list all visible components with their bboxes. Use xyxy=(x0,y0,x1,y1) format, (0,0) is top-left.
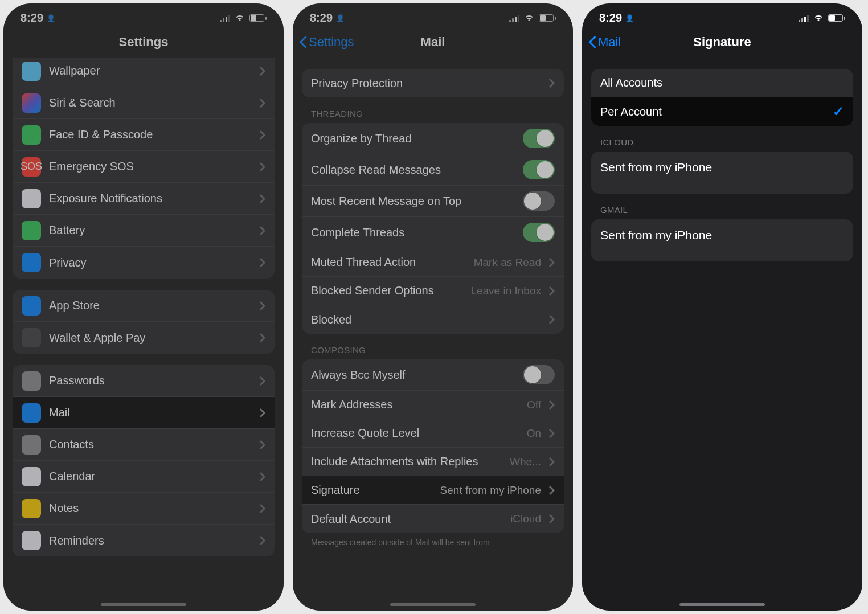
wifi-icon xyxy=(235,11,245,24)
toggle[interactable] xyxy=(523,223,555,242)
row-label: Default Account xyxy=(311,513,502,526)
toggle[interactable] xyxy=(523,129,555,148)
settings-row-calendar[interactable]: Calendar xyxy=(13,461,275,493)
mail-row-default-account[interactable]: Default AccountiCloud xyxy=(302,505,564,533)
chevron-right-icon xyxy=(260,376,265,386)
mail-row-include-attachments-with-replies[interactable]: Include Attachments with RepliesWhe... xyxy=(302,448,564,476)
mail-row-increase-quote-level[interactable]: Increase Quote LevelOn xyxy=(302,419,564,448)
toggle[interactable] xyxy=(523,160,555,179)
row-label: Wallpaper xyxy=(49,64,252,77)
chevron-right-icon xyxy=(260,333,265,342)
chevron-right-icon xyxy=(260,408,265,417)
signature-option-all-accounts[interactable]: All Accounts xyxy=(591,69,853,97)
battery-icon xyxy=(22,221,41,240)
row-label: Wallet & Apple Pay xyxy=(49,331,252,345)
toggle[interactable] xyxy=(523,191,555,211)
page-title: Settings xyxy=(119,35,169,50)
row-label: Mark Addresses xyxy=(311,398,519,411)
row-value: Whe... xyxy=(510,456,541,468)
row-label: Collapse Read Messages xyxy=(311,163,515,177)
settings-row-wallpaper[interactable]: Wallpaper xyxy=(13,58,275,87)
row-value: Off xyxy=(527,399,541,411)
back-button[interactable]: Settings xyxy=(298,35,354,50)
row-label: Signature xyxy=(311,484,432,497)
mail-row-signature[interactable]: SignatureSent from my iPhone xyxy=(302,476,564,505)
row-label: Passwords xyxy=(49,374,252,387)
account-header: GMAIL xyxy=(591,205,853,219)
option-label: All Accounts xyxy=(600,76,844,89)
section-header: THREADING xyxy=(302,109,564,123)
mail-row-most-recent-message-on-top[interactable]: Most Recent Message on Top xyxy=(302,186,564,217)
mail-row-complete-threads[interactable]: Complete Threads xyxy=(302,217,564,248)
chevron-right-icon xyxy=(260,162,265,171)
row-label: Notes xyxy=(49,502,252,515)
settings-row-exposure-notifications[interactable]: Exposure Notifications xyxy=(13,183,275,215)
mail-row-collapse-read-messages[interactable]: Collapse Read Messages xyxy=(302,154,564,186)
row-label: Privacy Protection xyxy=(311,77,541,90)
row-label: Increase Quote Level xyxy=(311,427,519,440)
settings-row-notes[interactable]: Notes xyxy=(13,493,275,525)
appstore-icon xyxy=(22,296,41,316)
page-title: Signature xyxy=(693,35,751,50)
row-label: Battery xyxy=(49,224,252,237)
row-label: Privacy xyxy=(49,256,252,269)
privacy-icon xyxy=(22,253,41,272)
settings-row-privacy[interactable]: Privacy xyxy=(13,247,275,279)
signature-textarea[interactable]: Sent from my iPhone xyxy=(591,152,853,194)
home-indicator[interactable] xyxy=(679,603,765,606)
chevron-right-icon xyxy=(549,429,555,438)
mail-row-privacy-protection[interactable]: Privacy Protection xyxy=(302,69,564,97)
back-button[interactable]: Mail xyxy=(588,35,621,50)
screen-signature: 8:29 👤 Mail Signature All AccountsPer Ac… xyxy=(582,3,862,611)
settings-row-passwords[interactable]: Passwords xyxy=(13,365,275,397)
option-label: Per Account xyxy=(600,105,825,118)
settings-row-reminders[interactable]: Reminders xyxy=(13,525,275,556)
status-bar: 8:29 👤 xyxy=(582,3,862,27)
settings-row-emergency-sos[interactable]: SOSEmergency SOS xyxy=(13,151,275,183)
nav-bar: Mail Signature xyxy=(582,27,862,58)
row-label: Contacts xyxy=(49,438,252,451)
row-label: Exposure Notifications xyxy=(49,192,252,205)
cellular-icon xyxy=(220,14,230,22)
screen-mail-settings: 8:29 👤 Settings Mail Privacy ProtectionT… xyxy=(293,3,573,611)
settings-row-battery[interactable]: Battery xyxy=(13,215,275,247)
signature-option-per-account[interactable]: Per Account✓ xyxy=(591,97,853,126)
mail-row-always-bcc-myself[interactable]: Always Bcc Myself xyxy=(302,359,564,391)
settings-row-app-store[interactable]: App Store xyxy=(13,290,275,322)
back-label: Mail xyxy=(598,35,621,50)
home-indicator[interactable] xyxy=(101,603,186,606)
row-label: Calendar xyxy=(49,470,252,483)
chevron-right-icon xyxy=(260,99,265,108)
row-value: On xyxy=(527,427,541,440)
row-value: Sent from my iPhone xyxy=(440,484,541,497)
chevron-right-icon xyxy=(260,130,265,140)
mail-row-mark-addresses[interactable]: Mark AddressesOff xyxy=(302,391,564,419)
settings-row-siri-search[interactable]: Siri & Search xyxy=(13,87,275,119)
settings-row-face-id-passcode[interactable]: Face ID & Passcode xyxy=(13,119,275,151)
toggle[interactable] xyxy=(523,365,555,384)
sos-icon: SOS xyxy=(22,157,41,177)
row-label: Mail xyxy=(49,406,252,419)
signature-textarea[interactable]: Sent from my iPhone xyxy=(591,219,853,261)
chevron-right-icon xyxy=(260,536,265,545)
mail-row-organize-by-thread[interactable]: Organize by Thread xyxy=(302,123,564,154)
mail-row-blocked[interactable]: Blocked xyxy=(302,305,564,334)
chevron-right-icon xyxy=(549,286,555,296)
battery-icon xyxy=(828,14,845,22)
chevron-right-icon xyxy=(549,514,555,523)
status-time: 8:29 xyxy=(21,11,43,24)
row-value: Leave in Inbox xyxy=(470,285,541,297)
home-indicator[interactable] xyxy=(390,603,476,606)
chevron-right-icon xyxy=(549,315,555,324)
chevron-right-icon xyxy=(260,472,265,481)
wallpaper-icon xyxy=(22,62,41,81)
status-bar: 8:29 👤 xyxy=(293,3,573,27)
settings-row-mail[interactable]: Mail xyxy=(13,397,275,429)
mail-row-muted-thread-action[interactable]: Muted Thread ActionMark as Read xyxy=(302,248,564,277)
battery-icon xyxy=(249,14,267,22)
mail-row-blocked-sender-options[interactable]: Blocked Sender OptionsLeave in Inbox xyxy=(302,277,564,305)
settings-row-contacts[interactable]: Contacts xyxy=(13,429,275,461)
chevron-right-icon xyxy=(260,226,265,235)
settings-row-wallet-apple-pay[interactable]: Wallet & Apple Pay xyxy=(13,322,275,354)
row-label: Organize by Thread xyxy=(311,132,515,145)
